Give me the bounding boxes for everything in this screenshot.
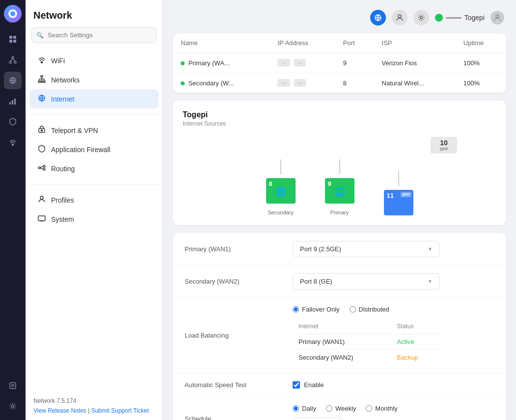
sidebar-item-routing[interactable]: Routing [29, 159, 159, 178]
sidebar-item-networks[interactable]: Networks [29, 70, 159, 89]
monthly-option[interactable]: Monthly [366, 405, 398, 412]
nav-icon-dashboard[interactable] [4, 30, 22, 48]
nav-icon-analytics[interactable] [4, 92, 22, 110]
load-balancing-row: Load Balancing Failover Only Distributed [173, 298, 506, 373]
sidebar-item-wifi[interactable]: WiFi [29, 51, 159, 70]
internet-status-container: Internet Status Primary (WAN1) Active [293, 319, 494, 365]
sidebar-item-vpn[interactable]: Teleport & VPN [29, 121, 159, 140]
svg-rect-4 [9, 40, 12, 43]
schedule-row: Schedule Daily Weekly Monthly [173, 397, 506, 420]
submit-support-ticket-link[interactable]: Submit Support Ticket [91, 407, 149, 414]
failover-option[interactable]: Failover Only [293, 306, 340, 313]
schedule-time-dropdown[interactable]: 03:00 AM ▼ [293, 417, 343, 420]
weekly-radio[interactable] [326, 405, 332, 412]
ip-pill-4: ··· [294, 79, 306, 87]
primary-wan-label: Primary (WAN1) [185, 245, 293, 253]
nav-icon-settings[interactable] [4, 397, 22, 415]
primary-wan-control: Port 9 (2.5GE) ▼ [293, 241, 494, 257]
svg-point-8 [14, 61, 16, 63]
svg-line-39 [40, 168, 43, 169]
svg-line-9 [10, 58, 13, 61]
row2-name: Secondary (W... [173, 73, 270, 93]
port-icon-9: 9 🌐 [325, 178, 354, 204]
profiles-icon [37, 195, 46, 205]
port-icon-8: 8 🌐 [266, 178, 296, 204]
port-label-secondary: Secondary [268, 210, 294, 215]
row1-ip: ··· ··· [270, 53, 335, 73]
svg-rect-3 [13, 36, 16, 39]
svg-point-7 [9, 61, 11, 63]
port-icon-11: 11 SFP [384, 190, 413, 215]
weekly-option[interactable]: Weekly [326, 405, 356, 412]
failover-radio[interactable] [293, 306, 299, 313]
sidebar-item-profiles-label: Profiles [51, 196, 74, 204]
sidebar-item-firewall[interactable]: Application Firewall [29, 140, 159, 159]
port-line-11 [398, 171, 399, 186]
svg-line-38 [40, 167, 43, 168]
sidebar-item-system[interactable]: System [29, 210, 159, 229]
separator-line [446, 17, 462, 19]
distributed-option[interactable]: Distributed [350, 306, 389, 313]
sidebar-section-3: Profiles System [26, 188, 163, 231]
chevron-down-icon: ▼ [428, 246, 433, 252]
speed-test-checkbox-group[interactable]: Enable [293, 381, 494, 389]
sidebar: Network 🔍 WiFi Networks Internet [26, 0, 163, 420]
app-logo[interactable] [4, 5, 22, 23]
nav-icon-shield[interactable] [4, 113, 22, 131]
svg-rect-13 [9, 102, 11, 105]
wan2-internet: Secondary (WAN2) [293, 350, 391, 366]
svg-rect-23 [38, 81, 40, 82]
sidebar-item-firewall-label: Application Firewall [51, 146, 110, 154]
sfp-top-tag: SFP [435, 147, 452, 152]
networks-icon [37, 75, 46, 84]
load-balancing-label: Load Balancing [185, 332, 293, 339]
svg-point-1 [10, 11, 15, 16]
row1-name: Primary (WA... [173, 53, 270, 73]
secondary-wan-label: Secondary (WAN2) [185, 278, 293, 285]
col-name: Name [173, 33, 270, 53]
svg-point-16 [12, 144, 14, 146]
daily-radio[interactable] [293, 405, 299, 412]
table-row: Secondary (W... ··· ··· 8 Natural Wirel.… [173, 73, 506, 93]
sidebar-item-internet[interactable]: Internet [29, 89, 159, 108]
nav-icon-topology[interactable] [4, 51, 22, 69]
nav-icon-network[interactable] [4, 72, 22, 89]
search-input[interactable] [31, 27, 157, 43]
icon-bar [0, 0, 26, 420]
monthly-radio[interactable] [366, 405, 372, 412]
ip-pill-3: ··· [277, 79, 290, 87]
sidebar-item-profiles[interactable]: Profiles [29, 190, 159, 210]
topbar-globe-button[interactable] [370, 10, 386, 26]
svg-point-6 [12, 56, 14, 58]
nav-icon-notes[interactable] [4, 377, 22, 394]
daily-option[interactable]: Daily [293, 405, 316, 412]
col-port: Port [335, 33, 374, 53]
ip-pill-2: ··· [294, 59, 306, 67]
topbar-gear-button[interactable] [413, 10, 429, 26]
sidebar-item-vpn-label: Teleport & VPN [51, 127, 98, 134]
status-col-status: Status [391, 319, 440, 334]
firewall-icon [37, 145, 46, 154]
wifi-icon [37, 56, 46, 65]
status-dot-secondary [181, 81, 185, 85]
wan1-status: Active [391, 334, 440, 350]
vpn-icon [37, 126, 46, 135]
wan1-internet: Primary (WAN1) [293, 334, 391, 350]
diagram-subtitle: Internet Sources [183, 120, 496, 127]
svg-point-34 [41, 130, 43, 131]
secondary-wan-dropdown[interactable]: Port 8 (GE) ▼ [293, 273, 440, 289]
speed-test-checkbox[interactable] [293, 381, 300, 389]
topbar-user-button[interactable] [392, 10, 407, 26]
nav-icon-wireless[interactable] [4, 133, 22, 151]
table-row: Secondary (WAN2) Backup [293, 350, 440, 366]
primary-wan-dropdown[interactable]: Port 9 (2.5GE) ▼ [293, 241, 440, 257]
view-release-notes-link[interactable]: View Release Notes [33, 407, 86, 414]
internet-icon [37, 94, 46, 104]
sidebar-item-networks-label: Networks [51, 76, 80, 84]
daily-label: Daily [302, 405, 316, 412]
schedule-label: Schedule [185, 415, 293, 420]
row1-port: 9 [335, 53, 374, 73]
user-avatar[interactable] [490, 11, 504, 25]
distributed-radio[interactable] [350, 306, 356, 313]
row2-ip: ··· ··· [270, 73, 335, 93]
